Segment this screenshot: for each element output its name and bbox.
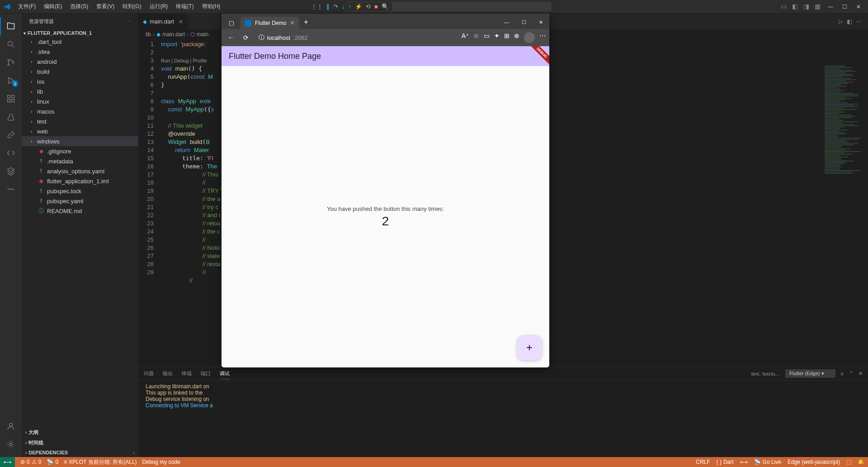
layout-customize-icon[interactable]: ▦ — [813, 2, 822, 12]
debug-console[interactable]: Launching lib\main.dart on This app is l… — [138, 381, 868, 457]
tree-folder[interactable]: ›build — [22, 67, 138, 76]
status-flutter[interactable]: ⟷ — [740, 459, 748, 465]
tree-folder[interactable]: ›web — [22, 126, 138, 136]
activity-link[interactable] — [0, 126, 22, 144]
browser-tab-close-icon[interactable]: ✕ — [290, 19, 295, 26]
window-maximize-icon[interactable]: ☐ — [839, 2, 851, 12]
status-bell-icon[interactable]: 🔔 — [858, 459, 864, 465]
menu-terminal[interactable]: 终端(T) — [172, 1, 197, 12]
browser-newtab-icon[interactable]: + — [299, 15, 312, 29]
minimap[interactable] — [823, 65, 868, 367]
breadcrumb-item[interactable]: lib — [146, 31, 151, 38]
activity-debug[interactable]: 1 — [0, 71, 22, 90]
debug-stepout-icon[interactable]: ↑ — [349, 3, 352, 10]
debug-pause-icon[interactable]: ‖ — [326, 3, 330, 10]
browser-favorite-icon[interactable]: ☆ — [473, 32, 479, 43]
activity-layers[interactable] — [0, 162, 22, 180]
tree-folder[interactable]: ›linux — [22, 96, 138, 106]
panel-wrap-icon[interactable]: ≡ — [841, 371, 844, 376]
activity-search[interactable] — [0, 35, 22, 53]
status-debug[interactable]: Debug my code — [142, 459, 180, 465]
dependencies-section[interactable]: ›DEPENDENCIES› — [22, 448, 138, 457]
tree-file[interactable]: ⓘREADME.md — [22, 206, 138, 216]
status-port[interactable]: 📡 0 — [47, 459, 58, 465]
debug-restart-icon[interactable]: ⟲ — [366, 3, 371, 10]
layout-sidebar-icon[interactable]: ◧ — [790, 2, 800, 12]
browser-readaloud-icon[interactable]: A⁺ — [462, 32, 469, 43]
debug-stepin-icon[interactable]: ↓ — [342, 3, 345, 10]
tree-folder[interactable]: ›macos — [22, 106, 138, 116]
browser-favorites-icon[interactable]: ✦ — [494, 32, 500, 43]
editor-more-icon[interactable]: ⋯ — [856, 18, 862, 25]
tree-folder[interactable]: ›android — [22, 57, 138, 67]
site-info-icon[interactable]: ⓘ — [259, 33, 264, 42]
debug-drag-icon[interactable]: ⋮⋮ — [311, 3, 323, 10]
split-icon[interactable]: ◧ — [847, 18, 852, 25]
status-xplot[interactable]: ≡ XPLOT 当前分组: 所有(ALL) — [64, 458, 137, 466]
tree-file[interactable]: !analysis_options.yaml — [22, 166, 138, 176]
panel-maximize-icon[interactable]: ⌃ — [849, 371, 853, 376]
menu-file[interactable]: 文件(F) — [14, 1, 39, 12]
menu-select[interactable]: 选择(S) — [66, 1, 92, 12]
breadcrumb-item[interactable]: main — [197, 31, 208, 38]
panel-filter[interactable]: text, !exclu… — [751, 371, 780, 376]
status-target[interactable]: Edge (web-javascript) — [788, 459, 840, 465]
browser-refresh-icon[interactable]: ⟳ — [241, 32, 251, 43]
activity-settings[interactable] — [0, 435, 22, 453]
activity-scm[interactable] — [0, 53, 22, 71]
browser-tab[interactable]: Flutter Demo ✕ — [241, 17, 299, 29]
panel-tab-terminal[interactable]: 终端 — [182, 368, 192, 379]
activity-test[interactable] — [0, 108, 22, 126]
menu-help[interactable]: 帮助(H) — [198, 1, 224, 12]
sidebar-more-icon[interactable]: ⋯ — [126, 19, 131, 24]
debug-stepover-icon[interactable]: ↷ — [333, 3, 338, 10]
activity-wave[interactable] — [0, 180, 22, 198]
tab-close-icon[interactable]: ✕ — [179, 19, 183, 25]
outline-section[interactable]: ›大纲 — [22, 427, 138, 438]
tree-file[interactable]: !pubspec.lock — [22, 186, 138, 196]
debug-hotreload-icon[interactable]: ⚡ — [355, 3, 362, 10]
status-language[interactable]: { } Dart — [717, 459, 734, 465]
activity-tag[interactable] — [0, 144, 22, 162]
editor-tab-main[interactable]: ◆ main.dart ✕ — [138, 14, 188, 29]
tree-folder[interactable]: ›windows — [22, 136, 138, 146]
browser-reading-icon[interactable]: ▭ — [484, 32, 490, 43]
menu-edit[interactable]: 编辑(E) — [40, 1, 66, 12]
breadcrumb-item[interactable]: main.dart — [162, 31, 185, 38]
browser-ext-icon[interactable]: ⊕ — [514, 32, 519, 43]
debug-inspector-icon[interactable]: 🔍 — [382, 3, 389, 10]
run-icon[interactable]: ▷ — [839, 18, 843, 25]
browser-minimize-icon[interactable]: — — [498, 16, 515, 29]
browser-back-icon[interactable]: ← — [225, 32, 237, 43]
activity-account[interactable] — [0, 417, 22, 435]
menu-goto[interactable]: 转到(G) — [119, 1, 145, 12]
tree-file[interactable]: ◉flutter_application_1.iml — [22, 176, 138, 186]
timeline-section[interactable]: ›时间线 — [22, 438, 138, 448]
browser-collections-icon[interactable]: ⊞ — [504, 32, 509, 43]
section-expand-icon[interactable]: › — [133, 450, 135, 455]
tree-folder[interactable]: ›.idea — [22, 47, 138, 57]
project-section-header[interactable]: ▾ FLUTTER_APPLICATION_1 — [22, 29, 138, 37]
activity-explorer[interactable] — [0, 17, 22, 35]
panel-tab-debug[interactable]: 调试 — [220, 368, 230, 379]
panel-tab-ports[interactable]: 端口 — [201, 368, 211, 379]
browser-avatar[interactable] — [524, 32, 535, 43]
tree-folder[interactable]: ›test — [22, 116, 138, 126]
panel-close-icon[interactable]: ✕ — [859, 371, 863, 376]
status-golive[interactable]: 📡 Go Live — [754, 459, 781, 465]
browser-url-bar[interactable]: ⓘ localhost:2062 — [255, 33, 458, 42]
tree-file[interactable]: !pubspec.yaml — [22, 196, 138, 206]
tree-folder[interactable]: ›ios — [22, 76, 138, 86]
tree-folder[interactable]: ›.dart_tool — [22, 37, 138, 47]
browser-close-icon[interactable]: ✕ — [533, 16, 549, 29]
panel-tab-output[interactable]: 输出 — [163, 368, 173, 379]
status-errors[interactable]: ⊘ 0 ⚠ 0 — [20, 459, 41, 465]
tree-folder[interactable]: ›lib — [22, 86, 138, 96]
browser-more-icon[interactable]: ⋯ — [539, 32, 546, 43]
status-remote[interactable]: ⟷ — [0, 457, 15, 467]
layout-right-icon[interactable]: ◨ — [802, 2, 811, 12]
menu-run[interactable]: 运行(R) — [146, 1, 172, 12]
tree-file[interactable]: ◆.gitignore — [22, 146, 138, 156]
window-close-icon[interactable]: ✕ — [853, 2, 864, 12]
tree-file[interactable]: !.metadata — [22, 156, 138, 166]
